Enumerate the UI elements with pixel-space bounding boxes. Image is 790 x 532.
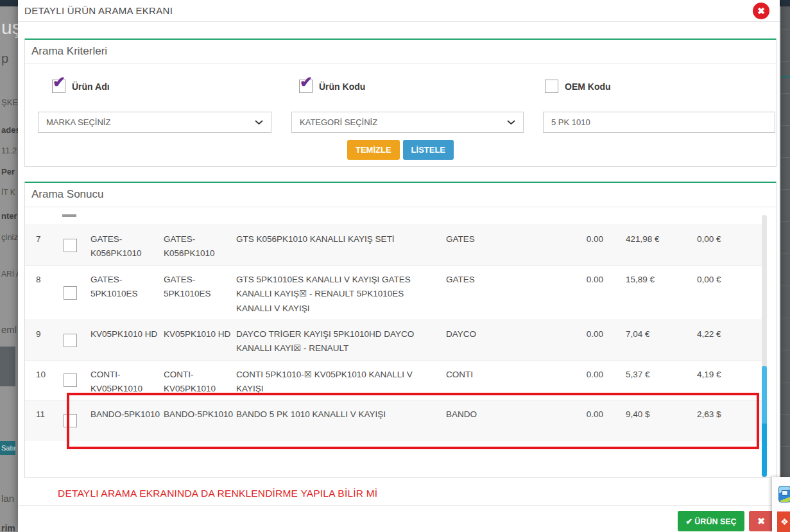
screen: uşpŞKEades11.2PerİT KnterçinizARİ AemlSa… xyxy=(0,0,790,532)
product-brand: BANDO xyxy=(446,400,562,441)
table-row-10[interactable]: 10CONTI-KV05PK1010CONTI-KV05PK1010CONTI … xyxy=(25,360,763,400)
oem-code-value: 5 PK 1010 xyxy=(551,117,590,127)
stock-quantity: 0.00 xyxy=(562,225,603,265)
corner-widget: ❖ xyxy=(772,477,790,532)
results-footer: Toplam 11 Kayıt Bulundu. 15 xyxy=(25,474,776,478)
results-rows: 7GATES-K056PK1010GATES-K056PK1010GTS K05… xyxy=(25,225,763,441)
product-brand: GATES xyxy=(446,266,562,320)
row-number: 8 xyxy=(25,266,57,320)
row-checkbox-cell xyxy=(57,320,83,360)
select-product-button[interactable]: ✔ ÜRÜN SEÇ xyxy=(678,511,744,531)
background-text-fragment: çiniz xyxy=(1,232,18,242)
background-row-line xyxy=(781,414,790,415)
product-code-2: GATES-K056PK1010 xyxy=(164,225,234,265)
background-text-fragment: ades xyxy=(1,125,19,135)
row-number: 9 xyxy=(25,320,57,360)
row-checkbox[interactable] xyxy=(64,373,77,387)
stock-quantity: 0.00 xyxy=(562,361,603,400)
table-row-11[interactable]: 11BANDO-5PK1010BANDO-5PK1010BANDO 5 PK 1… xyxy=(25,400,763,441)
product-code-2: BANDO-5PK1010 xyxy=(164,400,234,441)
table-scrollbar[interactable] xyxy=(762,215,767,478)
product-code: GATES-K056PK1010 xyxy=(90,225,162,265)
diamond-tool-icon[interactable]: ❖ xyxy=(777,511,790,532)
background-text-fragment: ŞKE xyxy=(1,98,18,107)
checkbox[interactable]: ✔ xyxy=(52,80,65,93)
row-checkbox-cell xyxy=(57,225,83,265)
gross-price: 15,89 € xyxy=(626,266,674,320)
table-row-9[interactable]: 9KV05PK1010 HDKV05PK1010 HDDAYCO TRİGER … xyxy=(25,320,763,360)
table-row-8[interactable]: 8GATES-5PK1010ESGATES-5PK1010ESGTS 5PK10… xyxy=(25,265,763,320)
category-select[interactable]: KATEGORİ SEÇİNİZ xyxy=(291,112,524,133)
background-text-fragment: uş xyxy=(1,17,19,39)
checkmark-icon: ✔ xyxy=(300,74,313,90)
checkmark-icon: ✔ xyxy=(53,74,65,90)
oem-code-input[interactable]: 5 PK 1010 xyxy=(543,112,775,133)
product-code: GATES-5PK1010ES xyxy=(90,266,162,320)
net-price: 0,00 € xyxy=(697,266,746,320)
close-icon[interactable]: ✖ xyxy=(753,3,769,19)
results-table: 7GATES-K056PK1010GATES-K056PK1010GTS K05… xyxy=(25,207,776,478)
product-code: KV05PK1010 HD xyxy=(90,320,162,360)
search-results-panel: Arama Sonucu 7GATES-K056PK1010GATES-K056… xyxy=(24,182,777,478)
product-description: DAYCO TRİGER KAYIŞI 5PK1010HD DAYCO KANA… xyxy=(236,320,442,360)
criteria-buttons: TEMİZLE LİSTELE xyxy=(25,140,776,160)
gross-price: 9,40 $ xyxy=(626,400,674,441)
close-modal-button[interactable]: ✖ xyxy=(749,511,773,531)
clear-button[interactable]: TEMİZLE xyxy=(347,140,400,160)
screenshot-tool-icon[interactable] xyxy=(778,486,790,502)
gross-price: 5,37 € xyxy=(626,361,674,400)
net-price: 0,00 € xyxy=(697,225,746,265)
background-row-line xyxy=(781,446,790,447)
background-right-strip xyxy=(781,6,790,532)
background-text-fragment: eml xyxy=(1,324,17,335)
search-criteria-panel: Arama Kriterleri ✔Ürün Adı✔Ürün KoduOEM … xyxy=(24,39,777,167)
criteria-checkbox-3[interactable]: OEM Kodu xyxy=(545,80,611,93)
chevron-down-icon xyxy=(255,120,263,125)
category-select-value: KATEGORİ SEÇİNİZ xyxy=(300,117,377,127)
product-code: BANDO-5PK1010 xyxy=(90,400,162,441)
criteria-panel-title: Arama Kriterleri xyxy=(25,40,776,64)
background-row-line xyxy=(781,93,790,94)
background-row-line xyxy=(781,157,790,158)
product-description: CONTI 5PK1010-☒ KV05PK1010 KANALLI V KAY… xyxy=(236,361,442,400)
modal-footer: ✔ ÜRÜN SEÇ ✖ xyxy=(18,505,780,532)
criteria-checkbox-2[interactable]: ✔Ürün Kodu xyxy=(299,80,365,93)
annotation-text: DETAYLI ARAMA EKRANINDA DA RENKLENDİRME … xyxy=(58,488,377,499)
clipped-row-checkbox xyxy=(62,214,76,217)
modal-title: DETAYLI ÜRÜN ARAMA EKRANI xyxy=(24,5,173,16)
criteria-checkbox-row: ✔Ürün Adı✔Ürün KoduOEM Kodu xyxy=(25,80,776,99)
stock-quantity: 0.00 xyxy=(562,400,603,441)
row-checkbox-cell xyxy=(57,400,83,441)
background-text-fragment: Satır xyxy=(0,441,15,455)
net-price: 4,22 € xyxy=(697,320,746,360)
row-checkbox[interactable] xyxy=(64,414,77,427)
checkbox-label: OEM Kodu xyxy=(565,82,611,92)
row-checkbox[interactable] xyxy=(64,334,77,347)
criteria-checkbox-1[interactable]: ✔Ürün Adı xyxy=(52,80,110,93)
background-row-line xyxy=(781,350,790,350)
product-code-2: CONTI-KV05PK1010 xyxy=(164,361,234,400)
row-checkbox[interactable] xyxy=(64,286,77,300)
table-row-7[interactable]: 7GATES-K056PK1010GATES-K056PK1010GTS K05… xyxy=(25,225,763,265)
background-row-line xyxy=(781,29,790,30)
net-price: 2,63 $ xyxy=(697,400,746,441)
checkbox[interactable] xyxy=(545,80,558,93)
background-row-line xyxy=(781,253,790,254)
background-row-line xyxy=(781,125,790,126)
product-code-2: KV05PK1010 HD xyxy=(164,320,234,360)
checkbox-label: Ürün Adı xyxy=(72,82,110,92)
brand-select[interactable]: MARKA SEÇİNİZ xyxy=(38,112,271,133)
modal-header: DETAYLI ÜRÜN ARAMA EKRANI ✖ xyxy=(18,0,780,22)
list-button[interactable]: LİSTELE xyxy=(403,140,454,160)
product-description: GTS K056PK1010 KANALLI KAYIŞ SETİ xyxy=(236,225,442,265)
background-row-line xyxy=(781,318,790,318)
background-divider xyxy=(781,76,790,78)
row-checkbox[interactable] xyxy=(64,239,77,252)
product-brand: CONTI xyxy=(446,361,562,400)
background-row-line xyxy=(781,61,790,62)
background-row-line xyxy=(781,221,790,222)
background-row-line xyxy=(781,189,790,190)
checkbox[interactable]: ✔ xyxy=(299,80,313,93)
net-price: 4,19 € xyxy=(697,361,746,400)
table-scrollbar-thumb[interactable] xyxy=(762,366,767,477)
